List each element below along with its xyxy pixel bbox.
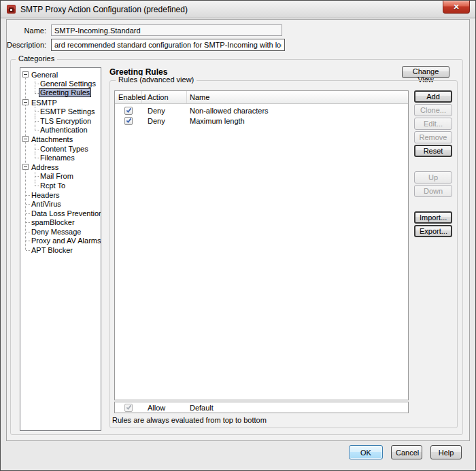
tree-item-mail-from[interactable]: Mail From (20, 172, 101, 181)
tree-item-content-types[interactable]: Content Types (20, 144, 101, 154)
ok-button[interactable]: OK (349, 445, 383, 459)
rule-enabled-cell (115, 404, 142, 412)
tree-item-esmtp-settings[interactable]: ESMTP Settings (20, 107, 101, 116)
rule-enabled-checkbox[interactable] (124, 107, 133, 115)
description-label: Description: (7, 41, 46, 49)
name-field[interactable] (51, 24, 282, 36)
tree-item-label: ESMTP Settings (39, 107, 97, 116)
column-header-action[interactable]: Action (142, 91, 187, 103)
reset-button[interactable]: Reset (414, 145, 452, 157)
tree-expander-icon[interactable] (22, 71, 29, 77)
tree-item-spamblocker[interactable]: spamBlocker (20, 218, 101, 228)
rule-action: Allow (142, 404, 187, 412)
categories-tree[interactable]: GeneralGeneral SettingsGreeting RulesESM… (20, 67, 101, 431)
dialog-window: SMTP Proxy Action Configuration (predefi… (0, 0, 476, 471)
rules-table-header: EnabledActionName (115, 91, 408, 104)
tree-item-label: General (30, 71, 59, 79)
tree-expander-icon[interactable] (22, 99, 29, 105)
tree-item-label: Mail From (39, 172, 75, 180)
tree-item-apt-blocker[interactable]: APT Blocker (20, 245, 101, 255)
tree-item-label: Address (30, 163, 60, 171)
tree-item-data-loss-prevention[interactable]: Data Loss Prevention (20, 209, 101, 218)
rule-row[interactable]: DenyMaximum length (115, 116, 408, 126)
tree-item-attachments[interactable]: Attachments (20, 135, 101, 144)
rules-groupbox: Rules (advanced view) EnabledActionName … (109, 80, 458, 428)
change-view-button[interactable]: Change View (402, 66, 449, 78)
tree-item-label: Proxy and AV Alarms (30, 237, 101, 245)
tree-expander-icon[interactable] (22, 136, 29, 142)
tree-item-filenames[interactable]: Filenames (20, 153, 101, 162)
tree-item-tls-encryption[interactable]: TLS Encryption (20, 116, 101, 126)
rules-group-label: Rules (advanced view) (116, 75, 197, 84)
close-button[interactable]: ✕ (443, 1, 470, 14)
tree-item-address[interactable]: Address (20, 162, 101, 172)
close-icon: ✕ (453, 3, 459, 11)
down-button: Down (414, 185, 452, 197)
clone-button: Clone... (414, 104, 452, 116)
tree-item-esmtp[interactable]: ESMTP (20, 98, 101, 107)
name-label: Name: (7, 27, 46, 35)
default-rule-row: AllowDefault (114, 402, 409, 413)
tree-item-proxy-and-av-alarms[interactable]: Proxy and AV Alarms (20, 237, 101, 246)
tree-item-label: Greeting Rules (39, 88, 91, 97)
name-row: Name: (7, 24, 282, 36)
rule-actions-button-column: AddClone...Edit...RemoveResetUpDownImpor… (414, 90, 452, 239)
tree-item-rcpt-to[interactable]: Rcpt To (20, 181, 101, 190)
tree-item-deny-message[interactable]: Deny Message (20, 227, 101, 237)
rule-name: Maximum length (187, 117, 408, 125)
tree-item-antivirus[interactable]: AntiVirus (20, 199, 101, 209)
rule-enabled-cell (115, 107, 142, 115)
rule-action: Deny (142, 117, 187, 125)
rule-enabled-checkbox[interactable] (124, 117, 133, 125)
rule-name: Default (187, 404, 408, 412)
rules-footnote: Rules are always evaluated from top to b… (112, 416, 267, 424)
dialog-footer: OKCancelHelp (349, 445, 462, 459)
tree-item-label: Authentication (39, 126, 89, 134)
categories-group-label: Categories (16, 54, 57, 63)
tree-item-label: Deny Message (30, 228, 82, 236)
categories-groupbox: Categories GeneralGeneral SettingsGreeti… (10, 59, 463, 435)
column-header-enabled[interactable]: Enabled (115, 91, 142, 103)
rule-enabled-cell (115, 117, 142, 125)
add-button[interactable]: Add (414, 90, 452, 103)
description-field[interactable] (51, 39, 285, 51)
rules-table[interactable]: EnabledActionName DenyNon-allowed charac… (114, 90, 409, 400)
app-icon (6, 4, 16, 14)
tree-item-label: Rcpt To (39, 181, 67, 190)
tree-item-label: Content Types (39, 145, 90, 153)
remove-button: Remove (414, 131, 452, 143)
cancel-button[interactable]: Cancel (391, 445, 422, 459)
tree-item-label: spamBlocker (30, 218, 76, 226)
up-button: Up (414, 171, 452, 184)
tree-item-general-settings[interactable]: General Settings (20, 80, 101, 89)
tree-item-label: Attachments (30, 135, 74, 143)
rule-name: Non-allowed characters (187, 107, 408, 115)
tree-item-label: Headers (30, 191, 61, 199)
window-title: SMTP Proxy Action Configuration (predefi… (20, 5, 188, 14)
column-header-name[interactable]: Name (187, 91, 408, 103)
tree-item-label: ESMTP (30, 99, 58, 107)
import-button[interactable]: Import... (414, 211, 452, 224)
tree-item-label: AntiVirus (30, 200, 63, 208)
tree-item-general[interactable]: General (20, 70, 101, 80)
tree-item-label: General Settings (39, 80, 97, 88)
description-row: Description: (7, 39, 285, 51)
tree-expander-icon[interactable] (22, 164, 29, 170)
help-button[interactable]: Help (430, 445, 462, 459)
content-panel: Name: Description: Categories GeneralGen… (6, 19, 470, 441)
tree-item-label: APT Blocker (30, 246, 74, 254)
tree-item-label: Data Loss Prevention (30, 209, 101, 217)
tree-item-greeting-rules[interactable]: Greeting Rules (20, 88, 101, 98)
rule-enabled-checkbox (124, 404, 133, 412)
export-button[interactable]: Export... (414, 225, 452, 237)
tree-item-authentication[interactable]: Authentication (20, 126, 101, 135)
rule-action: Deny (142, 107, 187, 115)
rule-row[interactable]: DenyNon-allowed characters (115, 105, 408, 116)
titlebar[interactable]: SMTP Proxy Action Configuration (predefi… (1, 1, 475, 18)
edit-button: Edit... (414, 118, 452, 130)
button-gap (414, 198, 452, 211)
tree-item-label: TLS Encryption (39, 117, 92, 125)
tree-item-label: Filenames (39, 154, 76, 162)
tree-item-headers[interactable]: Headers (20, 190, 101, 200)
button-gap (414, 158, 452, 171)
